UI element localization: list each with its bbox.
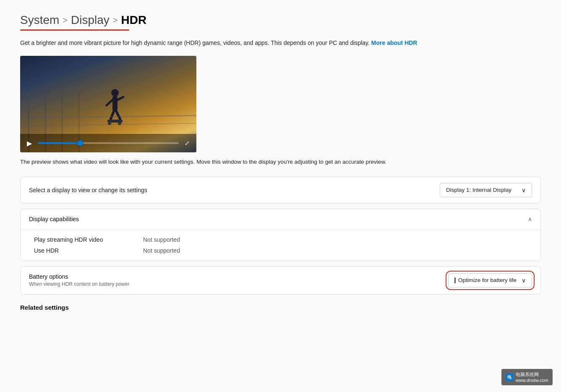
breadcrumb-system[interactable]: System <box>20 13 59 27</box>
battery-dropdown-arrow-icon: ∨ <box>522 277 526 284</box>
page-description: Get a brighter and more vibrant picture … <box>20 38 524 47</box>
preview-caption: The preview shows what video will look l… <box>20 157 524 167</box>
display-selector-label: Select a display to view or change its s… <box>29 187 147 193</box>
battery-right: Optimize for battery life ∨ <box>448 273 532 287</box>
seek-fill <box>38 142 80 144</box>
breadcrumb: System > Display > HDR <box>20 13 541 27</box>
capability-hdr-label: Use HDR <box>34 247 126 254</box>
capability-row-hdr: Use HDR Not supported <box>34 247 532 254</box>
capability-streaming-status: Not supported <box>143 236 180 243</box>
svg-point-0 <box>111 89 119 97</box>
capability-streaming-label: Play streaming HDR video <box>34 236 126 243</box>
watermark-icon: 电 <box>506 374 513 381</box>
display-dropdown-value: Display 1: Internal Display <box>446 187 511 193</box>
battery-dropdown-inner: Optimize for battery life <box>454 277 517 283</box>
capability-hdr-status: Not supported <box>143 247 180 254</box>
battery-row: Battery options When viewing HDR content… <box>21 267 540 294</box>
capabilities-inner: Play streaming HDR video Not supported U… <box>21 230 540 261</box>
seek-bar[interactable] <box>38 142 179 144</box>
dropdown-chevron-icon: ∨ <box>522 187 526 193</box>
video-controls: ▶ ⤢ <box>20 134 196 152</box>
svg-line-4 <box>111 110 114 119</box>
battery-title: Battery options <box>29 273 448 280</box>
battery-options-section: Battery options When viewing HDR content… <box>20 266 541 295</box>
svg-point-7 <box>108 122 111 125</box>
capability-row-streaming: Play streaming HDR video Not supported <box>34 236 532 243</box>
watermark: 电 电脑系统网 www.dnxtw.com <box>501 369 553 385</box>
breadcrumb-sep-1: > <box>63 16 68 25</box>
display-dropdown[interactable]: Display 1: Internal Display ∨ <box>440 183 532 197</box>
svg-line-3 <box>117 97 123 100</box>
display-selector-section: Select a display to view or change its s… <box>20 177 541 204</box>
video-silhouette <box>98 85 132 140</box>
related-settings-title: Related settings <box>20 300 541 313</box>
battery-dropdown-value: Optimize for battery life <box>458 277 517 283</box>
display-selector-row: Select a display to view or change its s… <box>21 177 540 203</box>
capabilities-title: Display capabilities <box>29 216 79 222</box>
breadcrumb-sep-2: > <box>113 16 118 25</box>
watermark-text: 电脑系统网 www.dnxtw.com <box>516 371 548 383</box>
capabilities-header[interactable]: Display capabilities ∧ <box>21 209 540 230</box>
svg-line-5 <box>116 110 120 119</box>
breadcrumb-hdr: HDR <box>121 13 147 27</box>
svg-rect-1 <box>112 96 117 111</box>
video-preview: ▶ ⤢ <box>20 56 196 152</box>
svg-point-8 <box>118 122 121 125</box>
battery-left: Battery options When viewing HDR content… <box>29 273 448 287</box>
capabilities-chevron-icon: ∧ <box>528 216 532 222</box>
battery-bar-icon <box>454 277 456 283</box>
more-about-hdr-link[interactable]: More about HDR <box>371 39 417 46</box>
svg-line-2 <box>107 100 112 105</box>
fullscreen-button[interactable]: ⤢ <box>183 139 191 147</box>
battery-dropdown[interactable]: Optimize for battery life ∨ <box>448 273 532 287</box>
breadcrumb-display[interactable]: Display <box>71 13 110 27</box>
play-button[interactable]: ▶ <box>25 139 34 147</box>
breadcrumb-underline <box>20 29 129 31</box>
seek-thumb[interactable] <box>77 140 83 146</box>
battery-subtitle: When viewing HDR content on battery powe… <box>29 281 448 287</box>
settings-page: System > Display > HDR Get a brighter an… <box>0 0 561 392</box>
display-capabilities-section: Display capabilities ∧ Play streaming HD… <box>20 209 541 261</box>
